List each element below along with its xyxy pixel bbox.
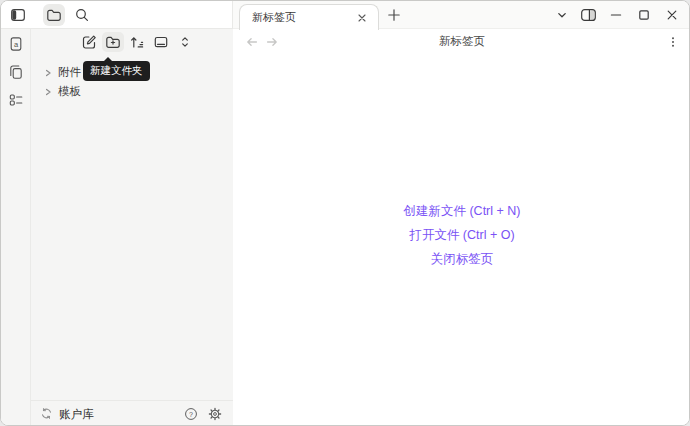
sidebar-toggle-icon: [10, 7, 26, 23]
checklist-icon: [8, 92, 24, 108]
copy-icon: [8, 64, 24, 80]
back-button[interactable]: [244, 34, 260, 50]
tree-item-label: 附件: [58, 65, 81, 80]
collapse-panel-icon: [153, 34, 169, 50]
main-pane: 新标签页 创建新文件 (Ctrl + N) 打开文件 (Ctrl + O) 关闭…: [233, 29, 690, 426]
page-title: 新标签页: [233, 29, 690, 53]
sidebar-toggle-button[interactable]: [7, 4, 29, 26]
sidebar: 新建文件夹 附件 模板: [31, 29, 233, 426]
folder-icon: [46, 7, 62, 23]
sidebar-toolbar: [31, 32, 233, 52]
maximize-icon: [636, 7, 652, 23]
main-nav: 新标签页: [233, 29, 690, 53]
tab-list-button[interactable]: [549, 3, 575, 27]
window-controls: [549, 1, 685, 29]
compose-icon: [81, 34, 97, 50]
close-icon: [664, 7, 680, 23]
quick-actions: 创建新文件 (Ctrl + N) 打开文件 (Ctrl + O) 关闭标签页: [233, 199, 690, 271]
notes-rail-button[interactable]: a: [5, 33, 27, 55]
tree-item-label: 模板: [58, 84, 81, 99]
page-menu-button[interactable]: [665, 34, 681, 50]
sync-icon: [40, 407, 53, 422]
new-tab-button[interactable]: [385, 6, 403, 24]
copies-rail-button[interactable]: [5, 61, 27, 83]
svg-text:?: ?: [189, 411, 193, 418]
open-file-link[interactable]: 打开文件 (Ctrl + O): [409, 223, 514, 247]
sort-ascending-button[interactable]: [126, 32, 148, 52]
forward-button[interactable]: [264, 34, 280, 50]
topbar-left: [1, 1, 233, 29]
updown-icon: [177, 34, 193, 50]
close-tab-link[interactable]: 关闭标签页: [431, 247, 494, 271]
library-label: 账户库: [59, 407, 94, 422]
app-window: 新标签页: [0, 0, 690, 426]
new-tab-plus-icon: [387, 8, 401, 22]
gear-icon: [208, 407, 222, 421]
chevron-down-icon: [554, 7, 570, 23]
compose-button[interactable]: [78, 32, 100, 52]
search-icon: [74, 7, 90, 23]
tab-close-button[interactable]: [354, 10, 370, 26]
chevron-right-icon: [43, 87, 53, 97]
sidebar-footer: 账户库 ?: [31, 400, 233, 426]
sort-order-button[interactable]: [174, 32, 196, 52]
settings-button[interactable]: [206, 405, 224, 423]
close-window-button[interactable]: [659, 3, 685, 27]
kebab-menu-icon: [666, 35, 680, 49]
sort-ascending-icon: [129, 34, 145, 50]
tab-close-icon: [356, 12, 368, 24]
left-icon-rail: a: [1, 29, 31, 426]
account-library-button[interactable]: 账户库: [40, 407, 94, 422]
split-view-button[interactable]: [575, 3, 601, 27]
tab-strip: 新标签页: [233, 1, 690, 29]
outline-rail-button[interactable]: [5, 89, 27, 111]
tree-item-templates[interactable]: 模板: [31, 82, 233, 101]
new-folder-icon: [105, 34, 121, 50]
forward-arrow-icon: [265, 35, 279, 49]
search-button[interactable]: [71, 4, 93, 26]
create-file-link[interactable]: 创建新文件 (Ctrl + N): [403, 199, 520, 223]
help-icon: ?: [184, 407, 198, 421]
help-button[interactable]: ?: [182, 405, 200, 423]
new-folder-button[interactable]: [102, 32, 124, 52]
tab-new-page[interactable]: 新标签页: [239, 4, 379, 30]
new-folder-tooltip: 新建文件夹: [83, 61, 150, 81]
minimize-button[interactable]: [603, 3, 629, 27]
split-view-icon: [580, 7, 597, 23]
collapse-panel-button[interactable]: [150, 32, 172, 52]
folder-view-button[interactable]: [43, 4, 65, 26]
svg-text:a: a: [13, 40, 18, 49]
tab-title: 新标签页: [252, 10, 354, 25]
chevron-right-icon: [43, 68, 53, 78]
note-file-icon: a: [8, 36, 24, 52]
minimize-icon: [608, 7, 624, 23]
maximize-button[interactable]: [631, 3, 657, 27]
back-arrow-icon: [245, 35, 259, 49]
